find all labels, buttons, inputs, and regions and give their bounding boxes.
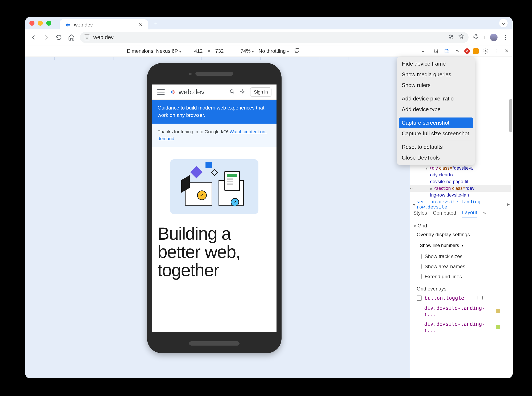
settings-icon[interactable] bbox=[482, 47, 489, 55]
svg-rect-2 bbox=[447, 50, 449, 53]
grid-overlays-title: Grid overlays bbox=[413, 282, 509, 293]
device-viewport: web.dev Sign in Guidance to build modern… bbox=[25, 57, 410, 378]
more-tabs-icon[interactable]: » bbox=[483, 210, 486, 218]
error-badge[interactable]: ✕ bbox=[464, 48, 470, 54]
menu-device-type[interactable]: Add device type bbox=[397, 104, 475, 115]
check-area-names[interactable]: Show area names bbox=[413, 262, 509, 272]
ruler bbox=[25, 57, 410, 60]
brand[interactable]: web.dev bbox=[169, 88, 204, 96]
brand-name: web.dev bbox=[179, 88, 204, 96]
menu-capture-full[interactable]: Capture full size screenshot bbox=[397, 128, 475, 139]
close-tab-icon[interactable]: ✕ bbox=[139, 22, 143, 28]
site-header: web.dev Sign in bbox=[152, 84, 277, 100]
throttling-select[interactable]: No throttling bbox=[258, 48, 289, 54]
menu-close-devtools[interactable]: Close DevTools bbox=[397, 152, 475, 163]
rotate-icon[interactable] bbox=[294, 47, 300, 55]
zoom-select[interactable]: 74% bbox=[241, 48, 254, 54]
overlay-item[interactable]: div.devsite-landing-r... bbox=[413, 303, 509, 319]
profile-avatar[interactable] bbox=[490, 34, 497, 41]
site-settings-icon[interactable]: ⚌ bbox=[84, 35, 90, 40]
grid-section-header[interactable]: Grid bbox=[413, 221, 509, 230]
address-bar[interactable]: ⚌ web.dev bbox=[80, 32, 468, 43]
overlay-select[interactable]: Show line numbers▼ bbox=[417, 241, 467, 250]
overlay-item[interactable]: button.toggle bbox=[413, 293, 509, 303]
camera-icon bbox=[189, 73, 192, 75]
webdev-logo-icon bbox=[169, 88, 176, 96]
bookmark-icon[interactable] bbox=[458, 34, 464, 41]
svg-point-5 bbox=[242, 91, 243, 93]
titlebar: web.dev ✕ + ⌵ bbox=[25, 17, 513, 29]
home-bar bbox=[189, 341, 240, 346]
minimize-window-button[interactable] bbox=[38, 21, 43, 26]
notice-bar: Thanks for tuning in to Google I/O! Watc… bbox=[152, 124, 277, 147]
device-toolbar: Dimensions: Nexus 6P 412 ✕ 732 74% No th… bbox=[25, 45, 513, 57]
url-text: web.dev bbox=[93, 34, 114, 41]
desktop: web.dev ✕ + ⌵ ⚌ web.dev | bbox=[0, 0, 532, 396]
device-frame: web.dev Sign in Guidance to build modern… bbox=[147, 63, 282, 353]
overlay-item[interactable]: div.devsite-landing-r... bbox=[413, 319, 509, 335]
svg-point-3 bbox=[485, 50, 486, 52]
kebab-icon[interactable]: ⋮ bbox=[492, 47, 500, 55]
tab-computed[interactable]: Computed bbox=[433, 210, 456, 218]
new-tab-button[interactable]: + bbox=[152, 20, 160, 26]
speaker-icon bbox=[195, 72, 233, 76]
device-screen[interactable]: web.dev Sign in Guidance to build modern… bbox=[152, 84, 277, 332]
close-devtools-icon[interactable]: ✕ bbox=[503, 47, 510, 55]
menu-capture-screenshot[interactable]: Capture screenshot bbox=[399, 117, 473, 128]
devtools-subtabs: Styles Computed Layout » bbox=[410, 209, 513, 219]
menu-reset[interactable]: Reset to defaults bbox=[397, 142, 475, 152]
notice-text: Thanks for tuning in to Google I/O! bbox=[158, 129, 229, 134]
search-icon[interactable] bbox=[229, 89, 235, 95]
warning-badge[interactable] bbox=[473, 48, 479, 54]
menu-icon[interactable] bbox=[157, 89, 165, 95]
extensions-icon[interactable] bbox=[473, 34, 479, 41]
forward-button[interactable] bbox=[42, 33, 50, 42]
theme-toggle-icon[interactable] bbox=[240, 89, 246, 95]
banner: Guidance to build modern web experiences… bbox=[152, 100, 277, 124]
context-menu: Hide device frame Show media queries Sho… bbox=[397, 57, 475, 165]
toolbar-right: | ⋮ bbox=[473, 34, 509, 41]
menu-hide-frame[interactable]: Hide device frame bbox=[397, 58, 475, 69]
browser-tab[interactable]: web.dev ✕ bbox=[60, 19, 148, 30]
toolbar: ⚌ web.dev | ⋮ bbox=[25, 29, 513, 45]
device-select[interactable]: Dimensions: Nexus 6P bbox=[127, 48, 182, 54]
favicon-icon bbox=[65, 22, 71, 28]
device-width[interactable]: 412 bbox=[194, 48, 203, 54]
locate-icon[interactable] bbox=[505, 309, 509, 313]
menu-pixel-ratio[interactable]: Add device pixel ratio bbox=[397, 93, 475, 104]
tab-layout[interactable]: Layout bbox=[462, 210, 477, 218]
tab-title: web.dev bbox=[74, 22, 135, 28]
window-controls bbox=[29, 21, 51, 26]
device-height[interactable]: 732 bbox=[215, 48, 224, 54]
back-button[interactable] bbox=[29, 33, 38, 42]
tab-styles[interactable]: Styles bbox=[413, 210, 427, 218]
more-options-dropdown[interactable] bbox=[422, 48, 424, 54]
breadcrumb[interactable]: ◂ sectionsection.devsite-landing-row.dev… bbox=[410, 200, 513, 209]
reload-button[interactable] bbox=[55, 33, 63, 42]
browser-window: web.dev ✕ + ⌵ ⚌ web.dev | bbox=[25, 17, 513, 378]
svg-point-4 bbox=[230, 90, 233, 93]
element-picker-icon[interactable] bbox=[433, 47, 440, 55]
check-track-sizes[interactable]: Show track sizes bbox=[413, 251, 509, 262]
check-extend-lines[interactable]: Extend grid lines bbox=[413, 272, 509, 282]
layout-panel: Grid Overlay display settings Show line … bbox=[410, 219, 513, 337]
more-tabs-icon[interactable]: » bbox=[454, 47, 461, 55]
overlay-settings-title: Overlay display settings bbox=[413, 230, 509, 239]
home-button[interactable] bbox=[67, 33, 76, 42]
close-window-button[interactable] bbox=[29, 21, 35, 26]
signin-button[interactable]: Sign in bbox=[250, 87, 272, 97]
hero-illustration bbox=[170, 159, 258, 214]
dimension-x-icon: ✕ bbox=[207, 48, 211, 54]
open-external-icon[interactable] bbox=[448, 34, 454, 41]
locate-icon[interactable] bbox=[478, 296, 483, 300]
menu-show-rulers[interactable]: Show rulers bbox=[397, 80, 475, 91]
device-mode-icon[interactable] bbox=[443, 47, 451, 55]
menu-icon[interactable]: ⋮ bbox=[503, 34, 509, 41]
menu-media-queries[interactable]: Show media queries bbox=[397, 69, 475, 80]
hero-heading: Building a better web, together bbox=[152, 214, 277, 280]
scrollbar[interactable] bbox=[509, 99, 512, 132]
tabs-dropdown-button[interactable]: ⌵ bbox=[499, 19, 508, 27]
maximize-window-button[interactable] bbox=[46, 21, 51, 26]
locate-icon[interactable] bbox=[505, 325, 509, 329]
